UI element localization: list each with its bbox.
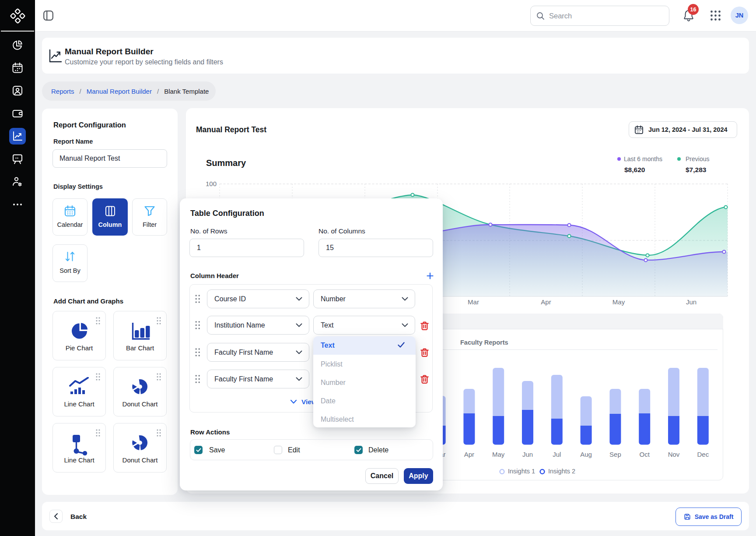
svg-text:Jul: Jul xyxy=(553,451,561,458)
svg-text:Insights 1: Insights 1 xyxy=(508,468,535,475)
svg-text:Nov: Nov xyxy=(668,451,680,458)
svg-text:Oct: Oct xyxy=(640,451,650,458)
svg-text:Apr: Apr xyxy=(541,298,551,306)
svg-text:Mar: Mar xyxy=(468,298,479,306)
svg-text:Aug: Aug xyxy=(580,451,592,458)
svg-text:Apr: Apr xyxy=(464,451,474,458)
svg-text:Jun: Jun xyxy=(686,298,696,306)
svg-text:Jun: Jun xyxy=(522,451,533,458)
svg-text:Insights 2: Insights 2 xyxy=(548,468,575,475)
svg-text:Sep: Sep xyxy=(609,451,621,458)
svg-text:May: May xyxy=(492,451,505,458)
svg-text:Dec: Dec xyxy=(697,451,709,458)
svg-text:May: May xyxy=(612,298,625,306)
